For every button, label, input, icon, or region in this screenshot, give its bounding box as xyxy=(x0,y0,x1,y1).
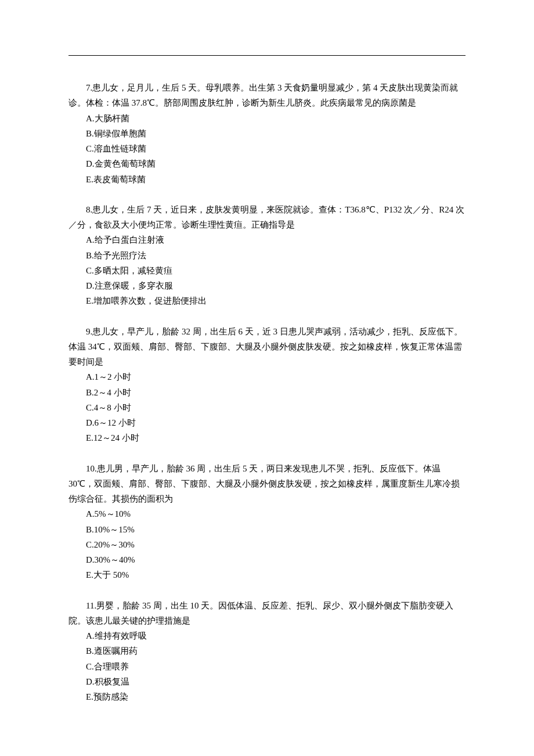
question-option: E.表皮葡萄球菌 xyxy=(68,172,466,187)
question-option: B.遵医嘱用药 xyxy=(68,643,466,658)
question-stem: 7.患儿女，足月儿，生后 5 天。母乳喂养。出生第 3 天食奶量明显减少，第 4… xyxy=(68,80,466,111)
question-option: B.铜绿假单胞菌 xyxy=(68,126,466,141)
question-option: A.5%～10% xyxy=(68,506,466,521)
question-option: C.溶血性链球菌 xyxy=(68,141,466,156)
question-option: C.20%～30% xyxy=(68,537,466,552)
question-option: D.6～12 小时 xyxy=(68,415,466,430)
question-stem: 9.患儿女，早产儿，胎龄 32 周，出生后 6 天，近 3 日患儿哭声减弱，活动… xyxy=(68,324,466,370)
question-option: A.给予白蛋白注射液 xyxy=(68,232,466,247)
question-option: B.给予光照疗法 xyxy=(68,248,466,263)
question-text: 患儿女，生后 7 天，近日来，皮肤发黄明显，来医院就诊。查体：T36.8℃、P1… xyxy=(68,205,464,229)
question-option: D.积极复温 xyxy=(68,674,466,689)
question-option: C.合理喂养 xyxy=(68,659,466,674)
question-stem: 11.男婴，胎龄 35 周，出生 10 天。因低体温、反应差、拒乳、尿少、双小腿… xyxy=(68,598,466,629)
question-number: 11. xyxy=(86,601,96,610)
question-option: E.增加喂养次数，促进胎便排出 xyxy=(68,293,466,308)
question-stem: 10.患儿男，早产儿，胎龄 36 周，出生后 5 天，两日来发现患儿不哭，拒乳、… xyxy=(68,461,466,507)
question-option: D.30%～40% xyxy=(68,552,466,567)
question-option: B.2～4 小时 xyxy=(68,385,466,400)
question-stem: 8.患儿女，生后 7 天，近日来，皮肤发黄明显，来医院就诊。查体：T36.8℃、… xyxy=(68,202,466,233)
question-number: 9. xyxy=(86,327,92,336)
horizontal-rule xyxy=(68,55,466,56)
question-number: 10. xyxy=(86,464,97,473)
question-option: C.4～8 小时 xyxy=(68,400,466,415)
question-text: 患儿女，早产儿，胎龄 32 周，出生后 6 天，近 3 日患儿哭声减弱，活动减少… xyxy=(68,327,463,367)
question-8: 8.患儿女，生后 7 天，近日来，皮肤发黄明显，来医院就诊。查体：T36.8℃、… xyxy=(68,202,466,309)
question-option: A.维持有效呼吸 xyxy=(68,628,466,643)
question-option: A.大肠杆菌 xyxy=(68,111,466,126)
question-11: 11.男婴，胎龄 35 周，出生 10 天。因低体温、反应差、拒乳、尿少、双小腿… xyxy=(68,598,466,705)
question-number: 7. xyxy=(86,83,92,92)
question-option: A.1～2 小时 xyxy=(68,369,466,384)
question-option: B.10%～15% xyxy=(68,522,466,537)
question-option: E.12～24 小时 xyxy=(68,430,466,445)
question-number: 8. xyxy=(86,205,92,214)
question-7: 7.患儿女，足月儿，生后 5 天。母乳喂养。出生第 3 天食奶量明显减少，第 4… xyxy=(68,80,466,187)
question-text: 男婴，胎龄 35 周，出生 10 天。因低体温、反应差、拒乳、尿少、双小腿外侧皮… xyxy=(68,601,453,625)
page: 7.患儿女，足月儿，生后 5 天。母乳喂养。出生第 3 天食奶量明显减少，第 4… xyxy=(0,0,534,756)
question-option: D.注意保暖，多穿衣服 xyxy=(68,278,466,293)
question-option: C.多晒太阳，减轻黄疸 xyxy=(68,263,466,278)
question-text: 患儿女，足月儿，生后 5 天。母乳喂养。出生第 3 天食奶量明显减少，第 4 天… xyxy=(68,83,458,107)
question-text: 患儿男，早产儿，胎龄 36 周，出生后 5 天，两日来发现患儿不哭，拒乳、反应低… xyxy=(68,464,460,504)
question-option: E.预防感染 xyxy=(68,689,466,704)
question-9: 9.患儿女，早产儿，胎龄 32 周，出生后 6 天，近 3 日患儿哭声减弱，活动… xyxy=(68,324,466,446)
question-option: E.大于 50% xyxy=(68,567,466,582)
question-10: 10.患儿男，早产儿，胎龄 36 周，出生后 5 天，两日来发现患儿不哭，拒乳、… xyxy=(68,461,466,583)
question-option: D.金黄色葡萄球菌 xyxy=(68,156,466,171)
